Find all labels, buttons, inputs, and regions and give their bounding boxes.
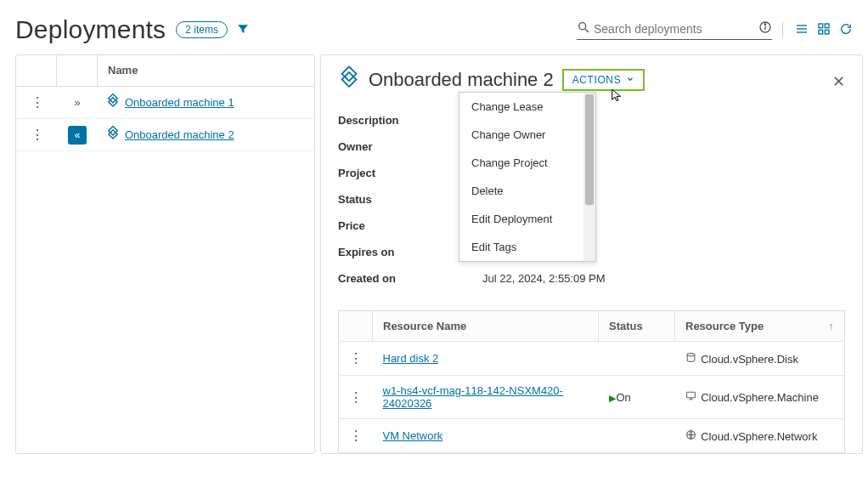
menu-edit-tags[interactable]: Edit Tags <box>459 233 595 261</box>
resource-status <box>599 342 675 376</box>
power-on-icon: ▶ <box>609 393 616 403</box>
svg-rect-19 <box>686 392 695 398</box>
svg-rect-17 <box>342 72 357 87</box>
row-menu-icon[interactable]: ⋮ <box>349 390 362 405</box>
svg-rect-8 <box>819 24 823 28</box>
machine-icon <box>685 391 700 404</box>
deployment-icon <box>105 126 121 144</box>
resource-type: Cloud.vSphere.Disk <box>701 353 798 366</box>
list-item[interactable]: ⋮ « Onboarded machine 2 <box>16 119 314 151</box>
menu-change-owner[interactable]: Change Owner <box>459 121 595 149</box>
svg-line-1 <box>585 29 589 32</box>
svg-point-0 <box>579 23 586 30</box>
resource-link[interactable]: Hard disk 2 <box>383 352 439 365</box>
menu-delete[interactable]: Delete <box>459 177 595 205</box>
menu-change-lease[interactable]: Change Lease <box>459 93 595 121</box>
collapse-icon[interactable]: « <box>68 126 87 145</box>
info-icon[interactable] <box>758 20 772 37</box>
list-item[interactable]: ⋮ » Onboarded machine 1 <box>16 87 314 119</box>
resources-table: Resource Name Status Resource Type↑ ⋮ Ha… <box>338 310 845 453</box>
actions-label: ACTIONS <box>572 74 622 86</box>
menu-edit-deployment[interactable]: Edit Deployment <box>459 205 595 233</box>
deployment-link[interactable]: Onboarded machine 2 <box>125 128 234 141</box>
scrollbar[interactable] <box>583 93 595 261</box>
col-resource-name[interactable]: Resource Name <box>373 311 599 342</box>
search-icon <box>577 20 590 37</box>
sort-arrow-icon: ↑ <box>829 320 835 332</box>
deployment-icon <box>105 94 121 111</box>
close-icon[interactable]: ✕ <box>832 72 845 91</box>
network-icon <box>685 430 700 443</box>
grid-view-icon[interactable] <box>817 22 831 38</box>
table-row: ⋮ w1-hs4-vcf-mag-118-142-NSXM420-2402032… <box>339 376 845 419</box>
actions-dropdown: Change Lease Change Owner Change Project… <box>459 92 596 262</box>
deployment-icon <box>337 66 362 94</box>
resource-type: Cloud.vSphere.Machine <box>701 391 819 404</box>
table-row: ⋮ Hard disk 2 Cloud.vSphere.Disk <box>339 342 845 376</box>
cursor-icon <box>610 88 623 105</box>
actions-button[interactable]: ACTIONS <box>562 69 645 91</box>
resource-link[interactable]: w1-hs4-vcf-mag-118-142-NSXM420-24020326 <box>383 384 563 410</box>
disk-icon <box>685 353 700 366</box>
col-resource-type[interactable]: Resource Type↑ <box>675 311 845 342</box>
table-row: ⋮ VM Network Cloud.vSphere.Network <box>339 419 845 453</box>
item-count-badge: 2 items <box>176 21 228 38</box>
menu-change-project[interactable]: Change Project <box>459 149 595 177</box>
row-menu-icon[interactable]: ⋮ <box>31 127 43 143</box>
search-input[interactable] <box>590 20 758 37</box>
chevron-down-icon <box>626 74 634 86</box>
svg-rect-9 <box>825 24 829 28</box>
col-status[interactable]: Status <box>599 311 675 342</box>
svg-rect-16 <box>342 66 357 81</box>
row-menu-icon[interactable]: ⋮ <box>31 94 43 111</box>
resource-type: Cloud.vSphere.Network <box>701 430 817 443</box>
svg-point-18 <box>687 353 695 355</box>
value-created: Jul 22, 2024, 2:55:09 PM <box>482 272 606 285</box>
svg-point-4 <box>764 24 765 25</box>
search-input-wrap[interactable] <box>577 20 772 40</box>
refresh-icon[interactable] <box>839 22 853 38</box>
list-view-icon[interactable] <box>795 22 809 38</box>
svg-rect-10 <box>819 30 823 34</box>
deployment-list-panel: Name ⋮ » Onboarded machine 1 ⋮ « Onboard… <box>15 54 315 454</box>
page-title: Deployments <box>15 15 166 44</box>
resource-status <box>599 419 675 453</box>
deployment-link[interactable]: Onboarded machine 1 <box>125 96 234 109</box>
divider <box>782 22 783 37</box>
detail-title: Onboarded machine 2 <box>369 69 554 91</box>
row-menu-icon[interactable]: ⋮ <box>349 428 362 443</box>
resource-link[interactable]: VM Network <box>383 429 443 442</box>
expand-icon[interactable]: » <box>74 96 80 109</box>
name-column-header[interactable]: Name <box>98 55 314 86</box>
svg-rect-11 <box>825 30 829 34</box>
row-menu-icon[interactable]: ⋮ <box>349 351 362 366</box>
resource-status: ▶On <box>599 376 675 419</box>
label-created: Created on <box>338 272 482 285</box>
filter-icon[interactable] <box>236 22 250 38</box>
